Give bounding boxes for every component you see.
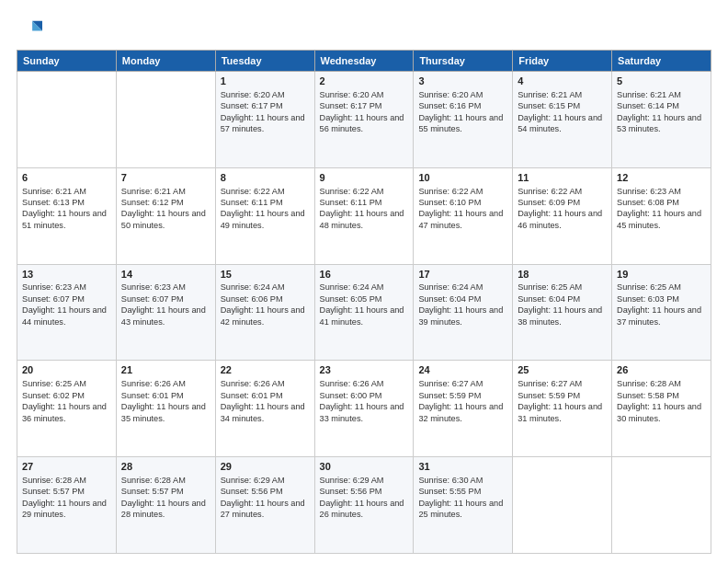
day-info: Sunrise: 6:30 AMSunset: 5:55 PMDaylight:… (418, 475, 507, 521)
day-number: 10 (418, 171, 507, 185)
weekday-header-tuesday: Tuesday (215, 51, 314, 72)
day-info: Sunrise: 6:26 AMSunset: 6:01 PMDaylight:… (221, 378, 310, 424)
weekday-header-monday: Monday (116, 51, 215, 72)
week-row-4: 20Sunrise: 6:25 AMSunset: 6:02 PMDayligh… (17, 361, 711, 457)
day-cell: 1Sunrise: 6:20 AMSunset: 6:17 PMDaylight… (215, 72, 314, 168)
day-cell: 15Sunrise: 6:24 AMSunset: 6:06 PMDayligh… (215, 264, 314, 361)
day-cell (116, 72, 215, 168)
day-info: Sunrise: 6:22 AMSunset: 6:11 PMDaylight:… (320, 186, 409, 232)
day-cell: 5Sunrise: 6:21 AMSunset: 6:14 PMDaylight… (612, 72, 711, 168)
day-number: 30 (320, 460, 409, 474)
day-number: 31 (418, 460, 507, 474)
day-info: Sunrise: 6:25 AMSunset: 6:02 PMDaylight:… (22, 378, 111, 424)
day-info: Sunrise: 6:21 AMSunset: 6:13 PMDaylight:… (22, 186, 111, 232)
day-info: Sunrise: 6:28 AMSunset: 5:57 PMDaylight:… (22, 475, 111, 521)
day-cell: 9Sunrise: 6:22 AMSunset: 6:11 PMDaylight… (314, 167, 414, 264)
day-info: Sunrise: 6:21 AMSunset: 6:12 PMDaylight:… (121, 186, 210, 232)
day-info: Sunrise: 6:21 AMSunset: 6:15 PMDaylight:… (518, 89, 607, 135)
weekday-header-row: SundayMondayTuesdayWednesdayThursdayFrid… (17, 51, 711, 72)
day-cell: 11Sunrise: 6:22 AMSunset: 6:09 PMDayligh… (513, 167, 612, 264)
day-info: Sunrise: 6:20 AMSunset: 6:17 PMDaylight:… (221, 89, 310, 135)
day-number: 13 (22, 268, 111, 282)
day-number: 15 (221, 268, 310, 282)
weekday-header-sunday: Sunday (17, 51, 117, 72)
day-cell: 19Sunrise: 6:25 AMSunset: 6:03 PMDayligh… (612, 264, 711, 361)
day-info: Sunrise: 6:24 AMSunset: 6:04 PMDaylight:… (418, 282, 507, 327)
day-cell: 27Sunrise: 6:28 AMSunset: 5:57 PMDayligh… (17, 457, 117, 554)
weekday-header-wednesday: Wednesday (314, 51, 414, 72)
day-cell: 13Sunrise: 6:23 AMSunset: 6:07 PMDayligh… (17, 264, 117, 361)
day-number: 28 (121, 460, 210, 474)
day-cell: 10Sunrise: 6:22 AMSunset: 6:10 PMDayligh… (414, 167, 513, 264)
day-cell: 7Sunrise: 6:21 AMSunset: 6:12 PMDaylight… (116, 167, 215, 264)
day-number: 18 (518, 268, 607, 282)
day-number: 4 (518, 75, 607, 88)
day-cell: 29Sunrise: 6:29 AMSunset: 5:56 PMDayligh… (215, 457, 314, 554)
week-row-5: 27Sunrise: 6:28 AMSunset: 5:57 PMDayligh… (17, 457, 711, 554)
day-number: 12 (617, 171, 706, 185)
day-cell: 20Sunrise: 6:25 AMSunset: 6:02 PMDayligh… (17, 361, 117, 457)
day-number: 23 (320, 363, 409, 377)
day-number: 25 (518, 363, 607, 377)
week-row-3: 13Sunrise: 6:23 AMSunset: 6:07 PMDayligh… (17, 264, 711, 361)
day-number: 14 (121, 268, 210, 282)
day-info: Sunrise: 6:24 AMSunset: 6:06 PMDaylight:… (221, 282, 310, 327)
weekday-header-saturday: Saturday (612, 51, 711, 72)
day-number: 2 (320, 75, 409, 88)
day-cell: 28Sunrise: 6:28 AMSunset: 5:57 PMDayligh… (116, 457, 215, 554)
day-cell: 22Sunrise: 6:26 AMSunset: 6:01 PMDayligh… (215, 361, 314, 457)
day-cell: 26Sunrise: 6:28 AMSunset: 5:58 PMDayligh… (612, 361, 711, 457)
day-cell (17, 72, 117, 168)
day-info: Sunrise: 6:20 AMSunset: 6:16 PMDaylight:… (418, 89, 507, 135)
day-number: 3 (418, 75, 507, 88)
weekday-header-friday: Friday (513, 51, 612, 72)
day-cell: 6Sunrise: 6:21 AMSunset: 6:13 PMDaylight… (17, 167, 117, 264)
page: SundayMondayTuesdayWednesdayThursdayFrid… (0, 0, 728, 563)
day-info: Sunrise: 6:27 AMSunset: 5:59 PMDaylight:… (418, 378, 507, 424)
day-info: Sunrise: 6:22 AMSunset: 6:10 PMDaylight:… (418, 186, 507, 232)
day-number: 8 (221, 171, 310, 185)
calendar-table: SundayMondayTuesdayWednesdayThursdayFrid… (17, 50, 711, 554)
day-info: Sunrise: 6:27 AMSunset: 5:59 PMDaylight:… (518, 378, 607, 424)
day-number: 27 (22, 460, 111, 474)
day-cell: 17Sunrise: 6:24 AMSunset: 6:04 PMDayligh… (414, 264, 513, 361)
header (17, 17, 711, 42)
day-number: 5 (617, 75, 706, 88)
day-number: 1 (221, 75, 310, 88)
week-row-2: 6Sunrise: 6:21 AMSunset: 6:13 PMDaylight… (17, 167, 711, 264)
day-number: 20 (22, 363, 111, 377)
day-info: Sunrise: 6:25 AMSunset: 6:04 PMDaylight:… (518, 282, 607, 327)
day-number: 17 (418, 268, 507, 282)
day-number: 22 (221, 363, 310, 377)
day-cell: 14Sunrise: 6:23 AMSunset: 6:07 PMDayligh… (116, 264, 215, 361)
day-info: Sunrise: 6:23 AMSunset: 6:07 PMDaylight:… (22, 282, 111, 327)
day-number: 16 (320, 268, 409, 282)
day-info: Sunrise: 6:29 AMSunset: 5:56 PMDaylight:… (320, 475, 409, 521)
day-number: 9 (320, 171, 409, 185)
week-row-1: 1Sunrise: 6:20 AMSunset: 6:17 PMDaylight… (17, 72, 711, 168)
day-info: Sunrise: 6:21 AMSunset: 6:14 PMDaylight:… (617, 89, 706, 135)
day-info: Sunrise: 6:22 AMSunset: 6:11 PMDaylight:… (221, 186, 310, 232)
day-info: Sunrise: 6:29 AMSunset: 5:56 PMDaylight:… (221, 475, 310, 521)
day-number: 26 (617, 363, 706, 377)
day-number: 21 (121, 363, 210, 377)
day-cell: 24Sunrise: 6:27 AMSunset: 5:59 PMDayligh… (414, 361, 513, 457)
logo-icon (17, 17, 42, 42)
day-cell (513, 457, 612, 554)
day-cell: 23Sunrise: 6:26 AMSunset: 6:00 PMDayligh… (314, 361, 414, 457)
day-info: Sunrise: 6:20 AMSunset: 6:17 PMDaylight:… (320, 89, 409, 135)
day-info: Sunrise: 6:26 AMSunset: 6:00 PMDaylight:… (320, 378, 409, 424)
day-number: 7 (121, 171, 210, 185)
day-cell: 4Sunrise: 6:21 AMSunset: 6:15 PMDaylight… (513, 72, 612, 168)
day-info: Sunrise: 6:22 AMSunset: 6:09 PMDaylight:… (518, 186, 607, 232)
day-info: Sunrise: 6:23 AMSunset: 6:07 PMDaylight:… (121, 282, 210, 327)
day-cell: 21Sunrise: 6:26 AMSunset: 6:01 PMDayligh… (116, 361, 215, 457)
day-info: Sunrise: 6:25 AMSunset: 6:03 PMDaylight:… (617, 282, 706, 327)
day-cell: 30Sunrise: 6:29 AMSunset: 5:56 PMDayligh… (314, 457, 414, 554)
day-cell: 25Sunrise: 6:27 AMSunset: 5:59 PMDayligh… (513, 361, 612, 457)
day-number: 19 (617, 268, 706, 282)
day-number: 29 (221, 460, 310, 474)
day-info: Sunrise: 6:28 AMSunset: 5:58 PMDaylight:… (617, 378, 706, 424)
day-cell: 18Sunrise: 6:25 AMSunset: 6:04 PMDayligh… (513, 264, 612, 361)
day-number: 6 (22, 171, 111, 185)
